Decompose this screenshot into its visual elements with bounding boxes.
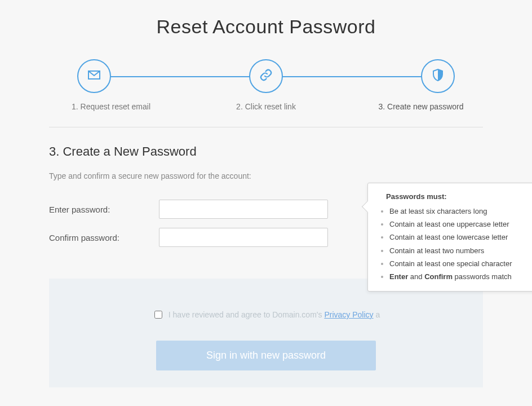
stepper-labels-row: 1. Request reset email 2. Click reset li…	[49, 94, 483, 111]
envelope-icon	[87, 68, 101, 84]
page-container: Reset Account Password 1. Request reset …	[49, 0, 483, 387]
sign-in-button[interactable]: Sign in with new password	[156, 341, 376, 370]
rule-length: Be at least six characters long	[389, 206, 532, 217]
agreement-checkbox[interactable]	[154, 311, 162, 319]
section-subtext: Type and confirm a secure new password f…	[49, 171, 483, 180]
agreement-tail: a	[375, 310, 380, 319]
progress-stepper	[49, 58, 483, 94]
confirm-password-label: Confirm password:	[49, 233, 159, 242]
confirm-password-input[interactable]	[159, 228, 328, 247]
shield-icon	[431, 68, 445, 84]
privacy-policy-link[interactable]: Privacy Policy	[324, 310, 373, 319]
divider	[49, 127, 483, 127]
step-2-label: 2. Click reset link	[210, 102, 322, 111]
step-3-circle	[421, 59, 455, 93]
tooltip-title: Passwords must:	[386, 191, 532, 202]
enter-password-label: Enter password:	[49, 205, 159, 214]
page-title: Reset Account Password	[49, 16, 483, 38]
rule-match: Enter and Confirm passwords match	[389, 271, 532, 283]
step-1-label: 1. Request reset email	[55, 102, 167, 111]
rule-special: Contain at least one special character	[389, 258, 532, 270]
agreement-row: I have reviewed and agree to Domain.com'…	[81, 309, 451, 320]
enter-password-input[interactable]	[159, 200, 328, 219]
submit-card: I have reviewed and agree to Domain.com'…	[49, 279, 483, 387]
rule-numbers: Contain at least two numbers	[389, 245, 532, 257]
agreement-text: I have reviewed and agree to Domain.com'…	[169, 310, 325, 319]
step-3-label: 3. Create new password	[365, 102, 477, 111]
step-2-circle	[249, 59, 283, 93]
password-rules-tooltip: Passwords must: Be at least six characte…	[367, 183, 532, 292]
enter-password-row: Enter password: Passwords must: Be at le…	[49, 200, 483, 219]
link-icon	[259, 68, 273, 84]
rule-lowercase: Contain at least one lowercase letter	[389, 232, 532, 243]
rule-uppercase: Contain at least one uppercase letter	[389, 219, 532, 230]
step-1-circle	[77, 59, 111, 93]
section-heading: 3. Create a New Password	[49, 144, 483, 159]
